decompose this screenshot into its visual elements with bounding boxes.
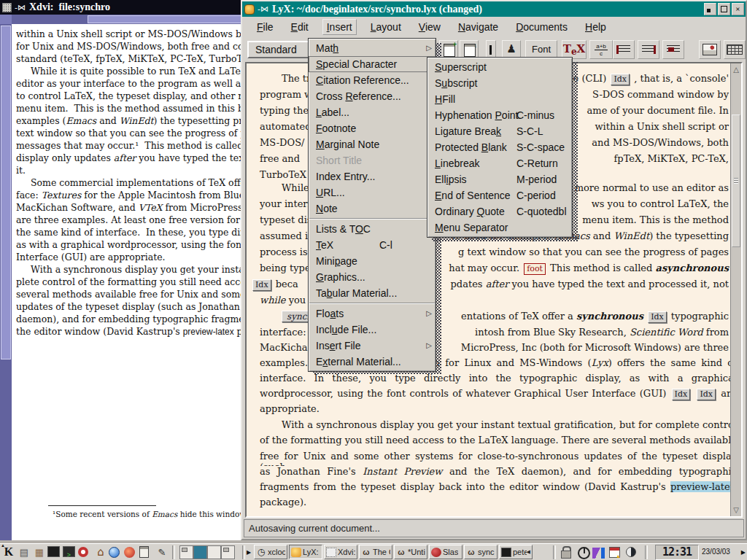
scroll-down-icon[interactable]: ▽	[731, 505, 741, 516]
xdvi-hscroll-thumb[interactable]	[88, 15, 245, 23]
idx-inset[interactable]: Idx	[648, 311, 667, 323]
doc-line: of the formatting you still need access …	[247, 435, 730, 450]
taskbar-task-lyx[interactable]: LyX:	[289, 545, 322, 559]
menu-item-ellipsis[interactable]: EllipsisM-period	[427, 171, 572, 187]
menu-item-insert-file[interactable]: Insert File▷	[309, 338, 436, 354]
idx-inset[interactable]: Idx	[611, 74, 630, 85]
pager-desktop-1[interactable]	[179, 545, 193, 559]
minimize-button[interactable]	[704, 3, 716, 15]
taskbar-task-pete[interactable]: pete◀	[499, 545, 533, 559]
menu-item-math[interactable]: Math▷	[309, 40, 436, 56]
taskbar-task-sync[interactable]: sync	[464, 545, 498, 559]
menu-item-include-file[interactable]: Include File...	[309, 322, 436, 338]
menu-item-ligature-break[interactable]: Ligature BreakS-C-L	[427, 123, 572, 139]
terminal-icon[interactable]	[47, 546, 60, 557]
menu-item-citation-reference[interactable]: Citation Reference...	[309, 72, 436, 88]
idx-inset[interactable]: Idx	[252, 279, 271, 291]
depth-left-icon[interactable]	[613, 40, 635, 59]
menu-item-end-of-sentence[interactable]: End of SentenceC-period	[427, 187, 572, 203]
indent-icon[interactable]	[662, 40, 684, 59]
menubar-item-edit[interactable]: Edit	[287, 20, 312, 34]
window-list-icon[interactable]	[17, 545, 31, 559]
taskbar-task-slas[interactable]: Slas	[429, 545, 462, 559]
xclock-icon	[256, 548, 266, 557]
menubar-item-insert[interactable]: Insert	[322, 19, 357, 35]
editor-icon[interactable]	[155, 545, 169, 559]
scroll-up-icon[interactable]: △	[731, 64, 741, 75]
menubar-item-help[interactable]: Help	[581, 20, 610, 34]
desktop-pager[interactable]	[179, 545, 235, 559]
menu-item-cross-reference[interactable]: Cross Reference...	[309, 88, 436, 104]
xdvi-line: daemon), and for embedding typographic f…	[16, 313, 245, 325]
taskbar-task-theg[interactable]: The G	[359, 545, 392, 559]
panel-hide-arrow-icon[interactable]: ▶	[741, 549, 746, 556]
taskbar-task-xdvi[interactable]: Xdvi:	[324, 545, 357, 559]
depth-right-icon[interactable]	[638, 40, 659, 59]
menu-item-subscript[interactable]: Subscript	[427, 75, 572, 91]
menu-item-minipage[interactable]: Minipage	[309, 253, 436, 269]
menu-item-lists-toc[interactable]: Lists & TOC	[309, 221, 436, 237]
browser-icon[interactable]	[109, 547, 120, 558]
menubar-item-layout[interactable]: Layout	[367, 20, 405, 34]
idx-inset[interactable]: Idx	[697, 389, 716, 400]
menu-item-ordinary-quote[interactable]: Ordinary QuoteC-quotedbl	[427, 203, 572, 219]
xdvi-vscroll-thumb[interactable]	[1, 26, 11, 359]
xdvi-titlebar[interactable]: -⋈ Xdvi: file:synchro	[0, 0, 245, 15]
clock-applet[interactable]: 12:31	[655, 545, 699, 560]
menu-item-graphics[interactable]: Graphics...	[309, 269, 436, 285]
taskbar-task-unti[interactable]: *Unti	[394, 545, 427, 559]
menu-item-hfill[interactable]: HFill	[427, 91, 572, 107]
menu-item-menu-separator[interactable]: Menu Separator	[427, 219, 572, 236]
menu-item-linebreak[interactable]: LinebreakC-Return	[427, 155, 572, 171]
menu-item-url[interactable]: URL...	[309, 184, 436, 201]
menubar-item-file[interactable]: File	[253, 20, 277, 34]
pager-desktop-3[interactable]	[207, 545, 221, 559]
menubar-item-view[interactable]: View	[415, 20, 444, 34]
lyx-vertical-scrollbar[interactable]: △ ▽	[730, 63, 741, 516]
menu-item-protected-blank[interactable]: Protected BlankS-C-space	[427, 139, 572, 155]
menu-item-tex[interactable]: TeXC-l	[309, 237, 436, 253]
menu-item-label[interactable]: Label...	[309, 104, 436, 120]
lyx-titlebar[interactable]: -⋈ LyX: ~/doc/beginlatex/src/synchro.lyx…	[242, 1, 746, 17]
menu-item-tabular-material[interactable]: Tabular Material...	[309, 285, 436, 301]
table-icon[interactable]	[724, 40, 746, 59]
menubar-item-documents[interactable]: Documents	[512, 20, 571, 34]
pager-desktop-4[interactable]	[221, 545, 235, 559]
menu-item-special-character[interactable]: Special Character	[309, 56, 436, 72]
k-menu-icon[interactable]	[1, 545, 16, 559]
xdvi-vertical-scrollbar[interactable]	[0, 24, 12, 540]
konsole-icon[interactable]	[63, 546, 75, 557]
lock-tray-icon[interactable]	[559, 545, 573, 559]
klipper-icon[interactable]	[139, 546, 149, 558]
doc-line: interface. In these, you type directly i…	[247, 373, 730, 388]
help-icon[interactable]	[78, 547, 88, 557]
menubar-item-navigate[interactable]: Navigate	[454, 20, 502, 34]
menu-item-external-material[interactable]: External Material...	[309, 354, 436, 370]
menu-item-note[interactable]: Note	[309, 201, 436, 217]
kab-icon[interactable]	[32, 545, 47, 559]
close-button[interactable]: ×	[732, 3, 744, 15]
organizer-tray-icon[interactable]	[609, 547, 620, 558]
power-tray-icon[interactable]	[576, 545, 590, 559]
menu-item-index-entry[interactable]: Index Entry...	[309, 168, 436, 184]
pager-desktop-2[interactable]	[193, 545, 207, 559]
lyx-vscroll-thumb[interactable]	[732, 114, 740, 247]
taskbar-task-xcloc[interactable]: xcloc	[254, 545, 287, 559]
figure-icon[interactable]	[699, 40, 721, 59]
math-mode-icon[interactable]: a+bc	[589, 40, 613, 59]
menu-item-short-title[interactable]: Short Title	[309, 152, 436, 168]
menu-item-hyphenation-point[interactable]: Hyphenation PointC-minus	[427, 107, 572, 123]
tools-tray-icon[interactable]	[592, 548, 607, 559]
moon-tray-icon[interactable]	[626, 547, 636, 557]
xdvi-horizontal-scrollbar[interactable]	[12, 15, 245, 24]
home-icon[interactable]	[93, 545, 108, 559]
menu-item-superscript[interactable]: Superscript	[427, 59, 572, 75]
maximize-button[interactable]	[718, 3, 730, 15]
menu-item-marginal-note[interactable]: Marginal Note	[309, 136, 436, 152]
menu-item-floats[interactable]: Floats▷	[309, 306, 436, 322]
menu-item-footnote[interactable]: Footnote	[309, 120, 436, 136]
foot-inset[interactable]: foot	[524, 263, 546, 275]
kde-news-icon[interactable]	[124, 547, 135, 558]
idx-inset[interactable]: Idx	[672, 389, 691, 400]
pager-expand-arrow-icon[interactable]: ▶	[247, 549, 251, 556]
